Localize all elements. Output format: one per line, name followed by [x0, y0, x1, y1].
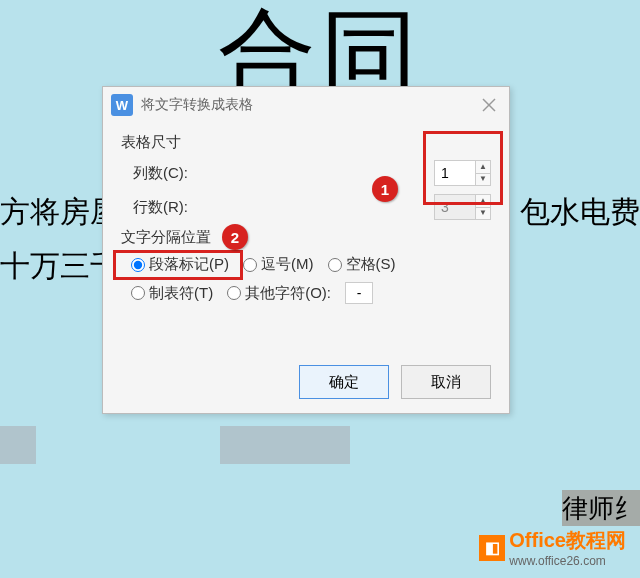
other-char-input[interactable] — [345, 282, 373, 304]
columns-label: 列数(C): — [121, 164, 201, 183]
annotation-marker-1: 1 — [372, 176, 398, 202]
office-logo-icon: ◧ — [479, 535, 505, 561]
radio-tab-label: 制表符(T) — [149, 284, 213, 303]
radio-comma[interactable]: 逗号(M) — [243, 255, 314, 274]
radio-space[interactable]: 空格(S) — [328, 255, 396, 274]
rows-down-icon: ▼ — [476, 208, 490, 220]
annotation-box-1 — [423, 131, 503, 205]
annotation-box-2 — [113, 250, 243, 280]
bg-lawyer-box: 律师纟 — [562, 490, 640, 526]
cancel-button[interactable]: 取消 — [401, 365, 491, 399]
ok-button[interactable]: 确定 — [299, 365, 389, 399]
close-icon[interactable] — [477, 93, 501, 117]
bg-text-right-1: 包水电费 — [520, 192, 640, 233]
radio-space-label: 空格(S) — [346, 255, 396, 274]
radio-other-input[interactable] — [227, 286, 241, 300]
bg-selection-1 — [0, 426, 36, 464]
radio-tab-input[interactable] — [131, 286, 145, 300]
watermark-url: www.office26.com — [509, 554, 626, 568]
rows-label: 行数(R): — [121, 198, 201, 217]
watermark-brand: Office教程网 — [509, 527, 626, 554]
watermark: ◧ Office教程网 www.office26.com — [479, 527, 626, 568]
radio-other-label: 其他字符(O): — [245, 284, 331, 303]
dialog-buttons: 确定 取消 — [299, 365, 491, 399]
wps-app-icon: W — [111, 94, 133, 116]
radio-space-input[interactable] — [328, 258, 342, 272]
separator-label: 文字分隔位置 — [121, 228, 491, 247]
radio-other[interactable]: 其他字符(O): — [227, 284, 331, 303]
radio-comma-label: 逗号(M) — [261, 255, 314, 274]
radio-comma-input[interactable] — [243, 258, 257, 272]
bg-selection-2 — [220, 426, 350, 464]
radio-tab[interactable]: 制表符(T) — [131, 284, 213, 303]
dialog-title: 将文字转换成表格 — [141, 96, 469, 114]
dialog-titlebar: W 将文字转换成表格 — [103, 87, 509, 123]
annotation-marker-2: 2 — [222, 224, 248, 250]
